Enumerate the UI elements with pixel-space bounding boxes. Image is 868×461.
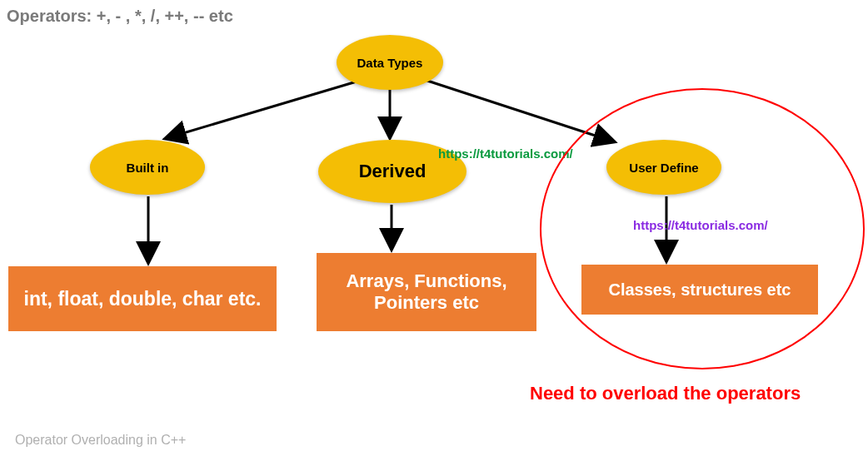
svg-line-0 — [167, 82, 357, 138]
node-root: Data Types — [337, 35, 443, 90]
page-caption: Operator Overloading in C++ — [15, 433, 186, 448]
highlight-ellipse — [540, 88, 865, 369]
leaf-builtin: int, float, double, char etc. — [8, 266, 277, 331]
page-heading: Operators: +, - , *, /, ++, -- etc — [7, 7, 233, 26]
callout-text: Need to overload the operators — [530, 383, 801, 404]
leaf-derived: Arrays, Functions, Pointers etc — [317, 253, 536, 331]
watermark-1: https://t4tutorials.com/ — [438, 146, 573, 161]
node-builtin: Built in — [90, 140, 205, 195]
